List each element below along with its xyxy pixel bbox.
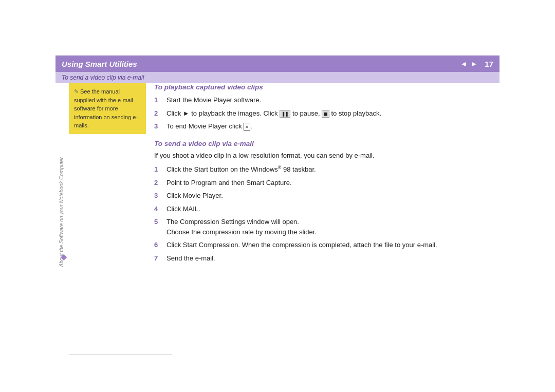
step-num: 4: [154, 204, 163, 214]
step-text: To end Movie Player click ✕.: [166, 121, 252, 132]
step-text: Click Movie Player.: [166, 191, 223, 201]
step-text: Click MAIL.: [166, 204, 200, 214]
step-1-2: 2 Click ► to playback the images. Click …: [154, 108, 493, 119]
page-number: 17: [485, 60, 493, 68]
step-2-7: 7 Send the e-mail.: [154, 253, 493, 264]
step-text: Click ► to playback the images. Click ❚❚…: [166, 108, 381, 119]
note-icon: ✎: [74, 88, 79, 95]
stop-icon: ■: [322, 110, 329, 118]
step-num: 7: [154, 253, 163, 264]
step-num: 6: [154, 240, 163, 250]
pause-icon: ❚❚: [280, 110, 290, 118]
step-text: The Compression Settings window will ope…: [166, 217, 317, 237]
step-num: 2: [154, 108, 163, 119]
step-2-3: 3 Click Movie Player.: [154, 191, 493, 201]
header-bar: Using Smart Utilities ◄ ► 17: [55, 55, 499, 72]
sidebar-vertical-text: About the Software on your Notebook Comp…: [55, 83, 67, 341]
section1-heading: To playback captured video clips: [154, 83, 493, 91]
step-text: Click Start Compression. When the compre…: [166, 240, 437, 250]
note-text: See the manual supplied with the e-mail …: [74, 88, 138, 128]
sub-header-bar: To send a video clip via e-mail: [55, 72, 499, 83]
header-nav: ◄ ► 17: [460, 60, 493, 68]
step-num: 1: [154, 95, 163, 105]
sub-header-title: To send a video clip via e-mail: [62, 74, 144, 81]
step-text: Point to Program and then Smart Capture.: [166, 178, 292, 188]
nav-back-icon[interactable]: ◄: [460, 60, 468, 68]
bottom-line: [69, 354, 172, 355]
note-box: ✎See the manual supplied with the e-mail…: [69, 83, 146, 134]
step-2-4: 4 Click MAIL.: [154, 204, 493, 214]
section2-heading: To send a video clip via e-mail: [154, 140, 493, 147]
step-num: 2: [154, 178, 163, 188]
header-title: Using Smart Utilities: [62, 60, 460, 68]
step-num: 3: [154, 191, 163, 201]
step-text: Send the e-mail.: [166, 253, 215, 264]
section2-steps: 1 Click the Start button on the Windows®…: [154, 164, 493, 263]
diamond-icon: [61, 252, 69, 260]
step-2-6: 6 Click Start Compression. When the comp…: [154, 240, 493, 250]
section2-intro: If you shoot a video clip in a low resol…: [154, 151, 493, 161]
step-2-5: 5 The Compression Settings window will o…: [154, 217, 493, 237]
step-text: Click the Start button on the Windows® 9…: [166, 164, 316, 175]
step-num: 1: [154, 164, 163, 175]
step-1-1: 1 Start the Movie Player software.: [154, 95, 493, 105]
step-text: Start the Movie Player software.: [166, 95, 261, 105]
section1-steps: 1 Start the Movie Player software. 2 Cli…: [154, 95, 493, 132]
main-content: To playback captured video clips 1 Start…: [154, 83, 493, 267]
step-2-1: 1 Click the Start button on the Windows®…: [154, 164, 493, 175]
step-num: 3: [154, 121, 163, 132]
step-2-2: 2 Point to Program and then Smart Captur…: [154, 178, 493, 188]
step-num: 5: [154, 217, 163, 227]
nav-forward-icon[interactable]: ►: [470, 60, 477, 68]
page: Using Smart Utilities ◄ ► 17 To send a v…: [0, 0, 555, 392]
step-1-3: 3 To end Movie Player click ✕.: [154, 121, 493, 132]
close-icon: ✕: [244, 123, 250, 130]
